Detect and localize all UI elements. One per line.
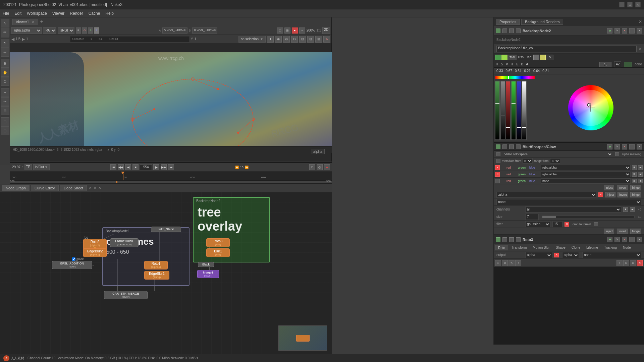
invert-btn2[interactable]: invert [618, 192, 628, 197]
pen-icon[interactable]: ✎ [323, 36, 330, 43]
fringe-btn3[interactable]: fringe [630, 229, 641, 234]
slider-green[interactable] [495, 81, 500, 140]
range-from-select[interactable]: B [550, 158, 560, 164]
tab-dope-sheet[interactable]: Dope Sheet [60, 185, 87, 191]
node2-btn-1[interactable]: ⊕ [607, 144, 612, 149]
colorspace-select[interactable]: sRGB [58, 27, 74, 34]
tool-icon-4[interactable]: ✂ [291, 36, 298, 43]
tool-icon-3[interactable]: ⊙ [283, 36, 290, 43]
color-tab-hsv[interactable]: HSV [517, 56, 526, 59]
output-clear[interactable]: ✕ [554, 253, 559, 257]
tool-roto[interactable]: ✏ [1, 28, 9, 37]
props-close[interactable]: ✕ [639, 19, 642, 24]
node2-icon-3[interactable] [509, 144, 514, 149]
fringe-button[interactable]: fringe [630, 185, 641, 190]
tool-select[interactable]: ↖ [1, 19, 9, 27]
b-value[interactable]: 0.21 [542, 69, 549, 73]
menu-workspace[interactable]: Workspace [27, 11, 47, 16]
tool-icon-1[interactable]: ✦ [267, 36, 274, 43]
node-addition[interactable]: BFSL_ADDITION (over) [52, 261, 92, 269]
output-none-select[interactable]: none [582, 252, 641, 258]
menu-help[interactable]: Help [105, 11, 114, 16]
slider-blue[interactable] [517, 81, 521, 140]
node2-icon-4[interactable] [516, 144, 521, 149]
rec-btn-3[interactable]: ● [324, 164, 330, 170]
chan-checkbox-2[interactable] [501, 172, 505, 176]
tab-v[interactable]: V [506, 62, 508, 66]
node-icon-4[interactable] [516, 28, 521, 33]
colorspace-select2[interactable]: Video colorspace [503, 152, 612, 157]
chan-checkbox-1[interactable] [501, 166, 505, 170]
tab-g[interactable]: G [516, 62, 519, 66]
chan-val-select-1[interactable]: rgba.alpha [541, 165, 631, 170]
filter-select[interactable]: gaussian [525, 221, 550, 227]
size-slider[interactable] [542, 216, 635, 218]
roto-tab-transform[interactable]: Transform [509, 245, 529, 250]
roto3-minimize[interactable]: — [629, 237, 635, 242]
roto-tool-8[interactable]: ✕ [637, 260, 643, 266]
slider-gray1[interactable] [500, 81, 505, 140]
roto-tab-lifetime[interactable]: Lifetime [584, 245, 601, 250]
s-value[interactable]: 0.67 [505, 69, 512, 73]
tf-label[interactable]: TF [24, 164, 32, 170]
btn-red[interactable]: G [82, 27, 87, 34]
menu-viewer[interactable]: Viewer [52, 11, 64, 16]
color-wheel-outer[interactable] [568, 85, 613, 130]
node-btn-2[interactable]: ✎ [614, 28, 620, 34]
chan-btn-3[interactable]: ⊞ [632, 172, 637, 177]
node2-icon-1[interactable] [496, 144, 500, 149]
tool-icon-6[interactable]: ⊟ [307, 36, 314, 43]
filter-clear[interactable]: ✕ [565, 222, 569, 227]
btn-play-fwd[interactable]: ▶▶ [161, 164, 167, 170]
color-tab-tmi[interactable]: TMI [508, 55, 517, 60]
props-tab-bg-renders[interactable]: Background Renders [521, 19, 563, 25]
minimize-button[interactable]: — [619, 2, 625, 7]
node2-btn-3[interactable]: ✕ [622, 144, 627, 149]
roto-tool-6[interactable]: ⊟ [623, 260, 629, 266]
tool-feather[interactable]: ⊸ [1, 97, 9, 106]
color-swatch-3[interactable] [533, 55, 539, 60]
tool-extra2[interactable]: ⊟ [1, 126, 9, 135]
output-select[interactable]: alpha [525, 252, 552, 258]
chan-btn-6[interactable]: ◀ [638, 179, 643, 183]
roto3-icon-1[interactable] [496, 237, 500, 242]
roto-tool-2[interactable]: ⊕ [502, 260, 508, 266]
inout-select[interactable]: In/Out▼ [33, 164, 50, 170]
color-swatch-green[interactable] [495, 55, 501, 60]
alpha-select[interactable]: .alpha [496, 192, 596, 198]
node-merge-lower[interactable]: Merge1 (lower) [197, 270, 219, 278]
roto-tool-3[interactable]: ✎ [508, 260, 515, 266]
tab-a[interactable]: A [526, 62, 528, 66]
node-roto3[interactable]: Roto3 (all1) [206, 238, 230, 247]
tool-warp[interactable]: ⌖ [1, 88, 9, 97]
color-swatch-preview[interactable] [624, 62, 632, 67]
menu-cache[interactable]: Cache [89, 11, 100, 16]
chan-btn-1[interactable]: ⊞ [632, 165, 637, 170]
tab-curve-editor[interactable]: Curve Editor [31, 185, 59, 191]
chan-disable-1[interactable]: ✕ [495, 165, 500, 170]
color-swatch-d[interactable]: D [546, 55, 553, 60]
chan-checkbox-3[interactable] [501, 179, 505, 183]
metadata-checkbox[interactable] [496, 159, 500, 163]
node-framehold1[interactable]: FrameHold1 (frame_400) [110, 238, 139, 247]
hue-strip[interactable] [495, 76, 535, 79]
tab-s[interactable]: S [501, 62, 503, 66]
frame-input[interactable]: 554 [140, 164, 152, 170]
menu-render[interactable]: Render [70, 11, 83, 16]
color-num-display[interactable]: 42 [614, 61, 621, 67]
node-edgeblur2[interactable]: EdgeBlur2 (alpha1) [83, 248, 107, 257]
tool-icon-5[interactable]: ⊡ [299, 36, 306, 43]
crop-checkbox[interactable] [594, 222, 598, 226]
tool-pick[interactable]: ⊙ [1, 77, 9, 86]
nav-arrow-right[interactable]: ▶ [22, 37, 25, 42]
channels-select[interactable]: rgba.alpha [11, 27, 42, 34]
chan-val-select-3[interactable]: none [541, 178, 631, 184]
roto3-close[interactable]: ✕ [637, 237, 642, 242]
roto3-icon-3[interactable] [509, 237, 514, 242]
roto3-btn-1[interactable]: ⊕ [607, 237, 612, 242]
tab-close-2[interactable]: ✕ [94, 186, 96, 190]
output-right-select[interactable]: alpha [562, 252, 579, 258]
btn-blue[interactable]: A [94, 27, 99, 34]
invert-btn3[interactable]: invert [617, 229, 628, 234]
roto3-btn-3[interactable]: ✕ [622, 237, 627, 242]
